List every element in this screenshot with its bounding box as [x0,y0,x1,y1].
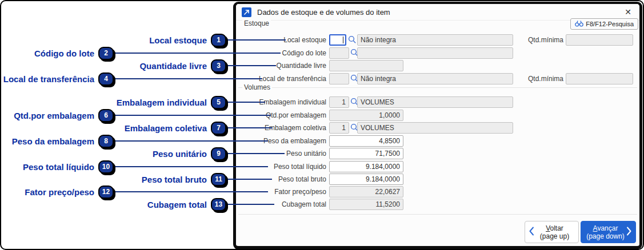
dialog-title: Dados de estoque e de volumes do item [257,8,390,17]
callout-line [114,140,268,142]
row-cubagem-total: Cubagem total 11,5200 [239,199,641,210]
qtd-minima-label: Qtd.mínima [514,75,563,83]
callout-line [114,115,271,116]
chevron-right-icon [626,226,632,238]
callout-badge: 7 [211,122,226,135]
callout-badge: 6 [98,109,114,122]
cubagem-total-field: 11,5200 [329,199,403,210]
window-arrow-up-right-icon [242,7,251,17]
row-fator-preco-peso: Fator preço/peso 22,0627 [239,186,641,197]
embalagem-individual-desc-field: VOLUMES [357,96,513,108]
row-embalagem-individual: Embalagem individual 1 VOLUMES [239,96,641,108]
fator-preco-peso-field: 22,0627 [329,186,403,197]
peso-total-bruto-input[interactable]: 9.184,0000 [329,174,403,185]
callout-badge: 8 [98,135,114,148]
callout-line [226,204,274,205]
callout-line [226,153,285,154]
screenshot-canvas: Dados de estoque e de volumes do item ✕ … [0,0,644,250]
search-button-label: F8/F12-Pesquisa [586,21,634,27]
row-peso-unitario: Peso unitário 71,7500 [239,148,641,159]
callout-local-estoque: Local estoque 1 [149,33,226,47]
callout-badge: 4 [98,72,114,86]
callout-embalagem-individual: Embalagem individual 5 [117,95,226,110]
voltar-button-label: Voltar (page up) [534,224,575,240]
callout-line [114,166,268,167]
avancar-button-label: Avançar (page down) [585,224,626,240]
callout-line [114,191,268,192]
callout-line [226,65,276,66]
qtd-minima-label: Qtd.mínima [514,36,563,44]
callout-line [226,127,272,128]
volumes-group-line [238,87,637,88]
avancar-button[interactable]: Avançar (page down) [581,221,636,243]
group-label-estoque: Estoque [242,19,271,27]
binoculars-icon [575,20,583,28]
peso-total-liquido-input[interactable]: 9.184,0000 [329,161,403,172]
callout-badge: 9 [211,147,226,160]
group-label-volumes: Volumes [242,83,272,91]
callout-badge: 12 [98,186,114,199]
callout-badge: 3 [211,59,226,72]
qtd-por-embalagem-field: 1,0000 [329,110,403,121]
stock-volumes-dialog: Dados de estoque e de volumes do item ✕ … [233,2,642,249]
callout-cubagem-total: Cubagem total 13 [147,197,226,212]
codigo-lote-desc-field [357,47,513,59]
row-embalagem-coletiva: Embalagem coletiva 1 VOLUMES [239,122,641,134]
callout-line [226,179,272,180]
row-codigo-do-lote: Código do lote [239,47,641,59]
embalagem-individual-code-input: 1 [329,96,349,108]
callout-peso-da-embalagem: Peso da embalagem 8 [12,134,114,148]
callout-codigo-do-lote: Código do lote 2 [34,46,114,61]
row-peso-da-embalagem: Peso da embalagem 4,8500 [239,135,641,147]
callout-local-de-transferencia: Local de transferência 4 [3,71,114,86]
lookup-search-icon[interactable] [348,35,357,44]
callout-badge: 2 [98,47,114,60]
row-peso-total-liquido: Peso total líquido 9.184,0000 [239,161,641,172]
row-local-estoque: Local estoque Não integra Qtd.mínima [239,34,641,46]
callout-line [114,78,262,79]
row-quantidade-livre: Quantidade livre [239,60,641,71]
voltar-button[interactable]: Voltar (page up) [525,221,579,243]
close-icon[interactable]: ✕ [622,7,634,17]
callout-peso-unitario: Peso unitário 9 [153,146,226,161]
local-estoque-code-input[interactable] [329,34,346,46]
callout-qtd-por-embalagem: Qtd.por embalagem 6 [14,108,114,123]
callout-embalagem-coletiva: Embalagem coletiva 7 [125,120,226,135]
embalagem-coletiva-code-input: 1 [329,122,349,134]
callout-badge: 11 [211,173,226,186]
embalagem-coletiva-desc-field: VOLUMES [357,122,513,134]
callout-badge: 1 [211,34,226,47]
callout-fator-preco-peso: Fator preço/peso 12 [25,184,114,199]
callout-line [114,53,281,54]
callout-badge: 5 [211,96,226,109]
callout-line [226,39,286,41]
row-local-de-transferencia: Local de transferência Não integra Qtd.m… [239,73,641,84]
chevron-left-icon [529,226,534,238]
qtd-minima-field [566,34,633,46]
callout-quantidade-livre: Quantidade livre 3 [139,58,226,73]
peso-da-embalagem-input[interactable]: 4,8500 [329,135,403,147]
f8-f12-search-button[interactable]: F8/F12-Pesquisa [570,18,638,30]
callout-badge: 13 [211,198,226,211]
row-peso-total-bruto: Peso total bruto 9.184,0000 [239,174,641,185]
peso-unitario-input[interactable]: 71,7500 [329,148,403,159]
callout-peso-total-liquido: Peso total líquido 10 [23,159,114,174]
footer-separator [238,214,637,215]
local-transferencia-code-input [329,73,349,84]
codigo-lote-code-input [329,47,349,59]
quantidade-livre-field [329,60,403,71]
local-transferencia-desc-field: Não integra [357,73,513,84]
qtd-minima-field [566,73,633,84]
row-qtd-por-embalagem: Qtd.por embalagem 1,0000 [239,110,641,121]
local-estoque-desc-field: Não integra [357,34,513,46]
callout-peso-total-bruto: Peso total bruto 11 [142,172,226,187]
callout-line [226,102,265,103]
callout-badge: 10 [98,160,114,174]
